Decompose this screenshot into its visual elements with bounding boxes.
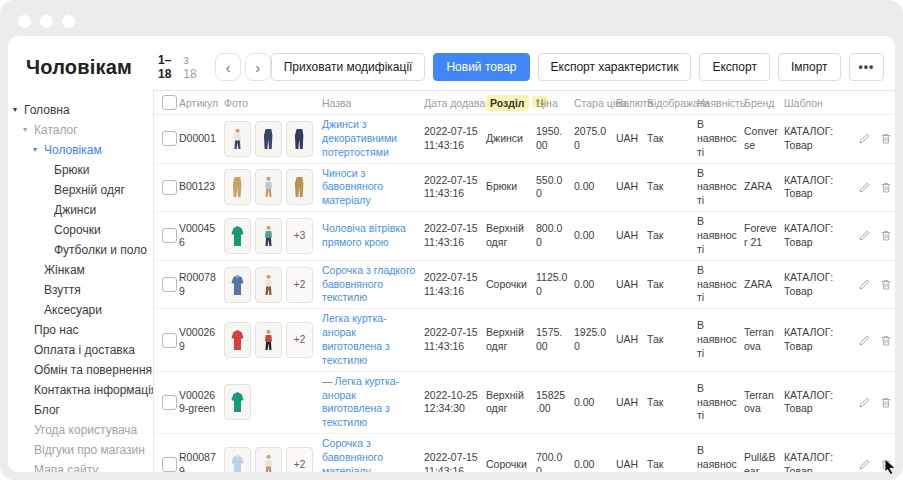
sidebar-item[interactable]: Аксесуари (8, 300, 153, 320)
sidebar-item[interactable]: ▾Каталог (8, 120, 153, 140)
sidebar-item[interactable]: Оплата і доставка (8, 340, 153, 360)
col-template[interactable]: Шаблон (784, 97, 858, 109)
date-cell: 2022-07-15 11:43:16 (424, 125, 486, 153)
import-button[interactable]: Імпорт (778, 53, 841, 81)
sidebar-item[interactable]: Блог (8, 400, 153, 420)
edit-pencil-icon[interactable] (858, 229, 871, 242)
product-photo[interactable] (224, 169, 251, 205)
product-photo[interactable] (286, 121, 313, 157)
edit-pencil-icon[interactable] (858, 132, 871, 145)
delete-trash-icon[interactable] (880, 396, 892, 409)
edit-pencil-icon[interactable] (858, 396, 871, 409)
product-name-link[interactable]: Сорочка з бавовняного матеріалу притален… (322, 437, 410, 472)
sidebar-item[interactable]: Про нас (8, 320, 153, 340)
col-availability[interactable]: Наявність (697, 97, 744, 109)
col-date[interactable]: Дата додавання (424, 97, 486, 109)
col-name[interactable]: Назва (322, 97, 424, 109)
delete-trash-icon[interactable] (880, 229, 892, 242)
col-brand[interactable]: Бренд (744, 97, 784, 109)
sidebar-item[interactable]: Джинси (8, 200, 153, 220)
more-photos-badge[interactable]: +2 (286, 447, 313, 472)
new-product-button[interactable]: Новий товар (433, 53, 529, 81)
row-checkbox[interactable] (162, 228, 177, 243)
edit-pencil-icon[interactable] (858, 278, 871, 291)
product-photo[interactable] (224, 121, 251, 157)
category-cell: Брюки (486, 180, 536, 194)
sidebar-item[interactable]: Угода користувача (8, 420, 153, 440)
sidebar-item[interactable]: Мапа сайту (8, 460, 153, 472)
more-actions-button[interactable]: ••• (849, 53, 885, 81)
row-checkbox[interactable] (162, 457, 177, 472)
product-photo[interactable] (224, 447, 251, 472)
col-currency[interactable]: Валюта (616, 97, 647, 109)
edit-pencil-icon[interactable] (858, 334, 871, 347)
sidebar-item[interactable]: Сорочки (8, 220, 153, 240)
sidebar-item-label: Оплата і доставка (34, 340, 135, 360)
product-photo[interactable] (255, 218, 282, 254)
row-checkbox[interactable] (162, 131, 177, 146)
product-name-link[interactable]: Чиноси з бавовняного матеріалу (322, 167, 383, 207)
product-photo[interactable] (255, 121, 282, 157)
edit-pencil-icon[interactable] (858, 181, 871, 194)
product-photo[interactable] (255, 447, 282, 472)
sku-cell: V000456 (179, 222, 224, 250)
select-all-checkbox[interactable] (162, 95, 177, 110)
col-sku[interactable]: Артикул (179, 97, 224, 109)
edit-pencil-icon[interactable] (858, 458, 871, 471)
export-attributes-button[interactable]: Експорт характеристик (538, 53, 692, 81)
product-photo[interactable] (255, 169, 282, 205)
sidebar-item[interactable]: ▾Чоловікам (8, 140, 153, 160)
hide-modifications-button[interactable]: Приховати модифікації (271, 53, 426, 81)
product-photo[interactable] (224, 267, 251, 303)
sidebar-item[interactable]: Футболки и поло (8, 240, 153, 260)
product-name-link[interactable]: Чоловіча вітрівка прямого крою (322, 222, 406, 248)
pagination: 1–18 з 18 ‹ › (158, 53, 271, 81)
sidebar-item[interactable]: Відгуки про магазин (8, 440, 153, 460)
more-photos-badge[interactable]: +3 (286, 218, 313, 254)
row-checkbox[interactable] (162, 395, 177, 410)
product-name-link[interactable]: Сорочка з гладкого бавовняного текстилю (322, 264, 415, 304)
product-photo[interactable] (255, 322, 282, 358)
product-photo[interactable] (286, 169, 313, 205)
table-row: V000269-green—Легка куртка-анорак вигото… (154, 372, 895, 434)
page-header: Чоловікам 1–18 з 18 ‹ › Приховати модифі… (8, 36, 895, 90)
window-dot-minimize[interactable] (40, 15, 53, 28)
sidebar-item[interactable]: Жінкам (8, 260, 153, 280)
row-checkbox[interactable] (162, 333, 177, 348)
product-name-link[interactable]: Джинси з декоративними потертостями (322, 118, 397, 158)
sidebar-item[interactable]: Брюки (8, 160, 153, 180)
product-photo[interactable] (224, 218, 251, 254)
delete-trash-icon[interactable] (880, 132, 892, 145)
delete-trash-icon[interactable] (880, 181, 892, 194)
price-cell: 1125.00 (536, 271, 574, 299)
more-photos-badge[interactable]: +2 (286, 267, 313, 303)
row-checkbox[interactable] (162, 277, 177, 292)
product-photo[interactable] (224, 384, 251, 420)
row-checkbox[interactable] (162, 180, 177, 195)
delete-trash-icon[interactable] (880, 334, 892, 347)
col-photo[interactable]: Фото (224, 97, 322, 109)
sidebar-item[interactable]: Обмін та повернення (8, 360, 153, 380)
col-old-price[interactable]: Стара ціна (574, 97, 616, 109)
col-price[interactable]: Ціна (536, 97, 574, 109)
sorted-column-label[interactable]: Розділ (486, 95, 529, 111)
window-dot-maximize[interactable] (62, 15, 75, 28)
sidebar-item[interactable]: Верхній одяг (8, 180, 153, 200)
prev-page-button[interactable]: ‹ (215, 53, 241, 81)
window-dot-close[interactable] (18, 15, 31, 28)
product-photo[interactable] (255, 267, 282, 303)
col-display[interactable]: Відображати (647, 97, 697, 109)
product-photo[interactable] (224, 322, 251, 358)
more-photos-badge[interactable]: +2 (286, 322, 313, 358)
sidebar-item[interactable]: ▾Головна (8, 100, 153, 120)
product-name-link[interactable]: Легка куртка-анорак виготовлена з тексти… (322, 312, 390, 366)
name-cell: Легка куртка-анорак виготовлена з тексти… (322, 312, 424, 367)
product-name-link[interactable]: Легка куртка-анорак виготовлена з тексти… (322, 375, 399, 429)
next-page-button[interactable]: › (245, 53, 271, 81)
export-button[interactable]: Експорт (699, 53, 769, 81)
sku-cell: R000789 (179, 271, 224, 299)
sidebar-item[interactable]: Контактна інформація (8, 380, 153, 400)
sidebar-item[interactable]: Взуття (8, 280, 153, 300)
sidebar-item-label: Верхній одяг (54, 180, 125, 200)
delete-trash-icon[interactable] (880, 278, 892, 291)
